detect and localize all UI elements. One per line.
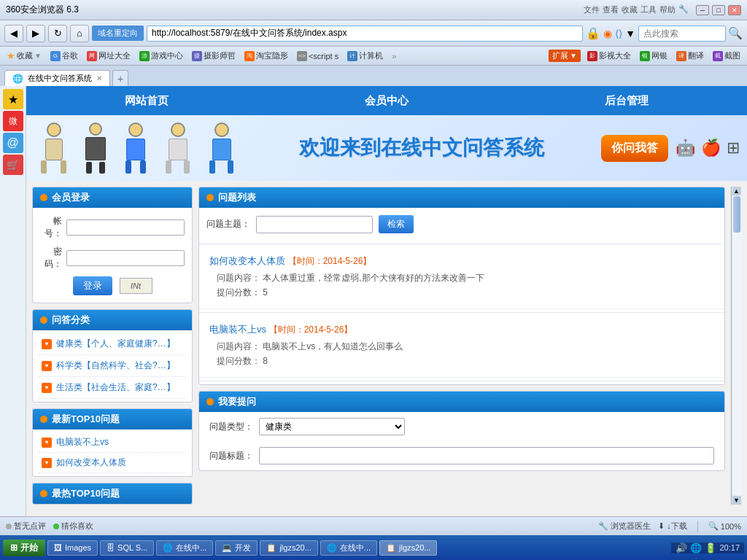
bookmark-google[interactable]: G 谷歌: [48, 50, 80, 62]
taskbar-item-online2[interactable]: 🌐 在线中...: [320, 540, 377, 556]
shop-sidebar-icon[interactable]: 🛒: [3, 155, 23, 175]
taskbar-tray: 🔊 🌐 🔋 20:17: [671, 542, 744, 553]
taskbar-item-jlgzs1[interactable]: 📋 jlgzs20...: [260, 540, 317, 556]
redirect-button[interactable]: 域名重定向: [92, 26, 144, 41]
start-icon: ⊞: [10, 542, 18, 553]
nav-arrows-icon: ⟨⟩: [615, 28, 622, 39]
favorites-sidebar-icon[interactable]: ★: [3, 89, 23, 109]
ask-title-input[interactable]: [259, 447, 714, 464]
refresh-button[interactable]: ↻: [48, 25, 67, 42]
status-zoom: 🔍 100%: [708, 521, 741, 531]
tab-favicon: 🌐: [12, 74, 23, 84]
status-bar: 暂无点评 猜你喜欢 🔧 浏览器医生 ⬇ ↓下载 🔍 100%: [0, 516, 747, 535]
category-item-health[interactable]: ♥ 健康类【个人、家庭健康?…】: [39, 333, 186, 355]
bookmark-capture[interactable]: 截 截图: [711, 50, 743, 62]
banner-title-area: 欢迎来到在线中文问答系统: [241, 134, 601, 162]
cat-icon-life: ♥: [42, 383, 52, 393]
category-item-science[interactable]: ♥ 科学类【自然科学、社会?…】: [39, 355, 186, 377]
script-icon: <>: [297, 51, 307, 61]
bookmark-extend[interactable]: 扩展▼: [549, 50, 581, 62]
bookmark-allsite[interactable]: 网 网址大全: [85, 50, 133, 62]
tab-close-button[interactable]: ✕: [96, 74, 102, 82]
bank-icon: 银: [640, 51, 650, 61]
question-search-input[interactable]: [256, 216, 373, 233]
status-no-comment-text: 暂无点评: [14, 521, 46, 532]
back-button[interactable]: ◀: [4, 25, 23, 42]
nav-home[interactable]: 网站首页: [26, 86, 266, 115]
top-item-1[interactable]: ♥ 电脑装不上vs: [39, 432, 186, 453]
bookmark-photo[interactable]: 摄 摄影师哲: [190, 50, 238, 62]
titlebar-menu-view[interactable]: 查看: [603, 4, 619, 15]
titlebar-menu-help[interactable]: 帮助: [659, 4, 676, 15]
taskbar-item-sql[interactable]: 🗄 SQL S...: [100, 540, 154, 556]
taskbar-label-dev: 开发: [235, 542, 251, 553]
question-title-1[interactable]: 如何改变本人体质 【时间：2014-5-26】: [209, 254, 714, 268]
bookmark-game[interactable]: 游 游戏中心: [137, 50, 185, 62]
apple-icon: 🍎: [701, 139, 721, 158]
titlebar-menu-file[interactable]: 文件: [584, 4, 600, 15]
capture-icon: 截: [713, 51, 723, 61]
browser-title: 360安全浏览器 6.3: [6, 4, 79, 16]
nav-admin[interactable]: 后台管理: [507, 86, 747, 115]
banner-title-text: 欢迎来到在线中文问答系统: [241, 134, 601, 162]
top-icon-2: ♥: [42, 458, 52, 468]
titlebar-menu-favorites[interactable]: 收藏: [622, 4, 638, 15]
ask-type-select[interactable]: 健康类 科学类 生活类: [259, 418, 405, 435]
password-input[interactable]: [66, 250, 185, 266]
scroll-up-button[interactable]: ▲: [732, 187, 741, 195]
titlebar-menu-tools[interactable]: 工具: [640, 4, 657, 15]
bookmark-favorites[interactable]: ★ 收藏 ▼: [4, 50, 44, 62]
category-panel: 问答分类 ♥ 健康类【个人、家庭健康?…】 ♥ 科学类【自然科学、社会?: [32, 309, 193, 402]
search-input[interactable]: [638, 26, 726, 42]
maximize-button[interactable]: □: [712, 5, 725, 15]
taskbar-item-jlgzs2[interactable]: 📋 jlgzs20...: [379, 540, 437, 556]
status-download[interactable]: ⬇ ↓下载: [658, 521, 687, 532]
scroll-down-button[interactable]: ▼: [732, 496, 741, 505]
category-label-health: 健康类【个人、家庭健康?…】: [56, 338, 175, 350]
right-column: 问题列表 问题主题： 检索 如何改变本人体质 【时间：2014: [198, 187, 725, 505]
bookmark-bank[interactable]: 银 网银: [638, 50, 670, 62]
home-button[interactable]: ⌂: [70, 25, 89, 42]
top-questions-title: 最新TOP10问题: [52, 413, 120, 426]
start-button[interactable]: ⊞ 开始: [3, 540, 45, 556]
bookmark-more[interactable]: »: [390, 51, 398, 61]
top-questions-panel: 最新TOP10问题 ♥ 电脑装不上vs ♥ 如何改变本人体质: [32, 408, 193, 477]
search-icon[interactable]: 🔍: [728, 26, 743, 40]
taskbar-label-online2: 在线中...: [340, 542, 371, 553]
taskbar-item-online1[interactable]: 🌐 在线中...: [156, 540, 213, 556]
bookmark-script[interactable]: <> <script s: [295, 50, 341, 62]
login-button[interactable]: 登录: [73, 276, 112, 295]
minimize-button[interactable]: ─: [696, 5, 709, 15]
mail-sidebar-icon[interactable]: @: [3, 133, 23, 153]
address-bar[interactable]: [147, 26, 583, 42]
top-item-2[interactable]: ♥ 如何改变本人体质: [39, 453, 186, 473]
nav-dropdown-icon[interactable]: ▼: [625, 28, 635, 39]
top-questions-list: ♥ 电脑装不上vs ♥ 如何改变本人体质: [39, 432, 186, 473]
taskbar-item-images[interactable]: 🖼 Images: [47, 540, 98, 556]
tray-icon-2[interactable]: 🌐: [690, 542, 702, 553]
photo-icon: 摄: [192, 51, 202, 61]
taskbar-item-dev[interactable]: 💻 开发: [215, 540, 258, 556]
close-button[interactable]: ✕: [728, 5, 741, 15]
weibo-sidebar-icon[interactable]: 微: [3, 111, 23, 131]
bookmark-taobao[interactable]: 淘 淘宝隐形: [242, 50, 290, 62]
status-browser-doctor[interactable]: 🔧 浏览器医生: [598, 521, 651, 532]
qa-divider-1: [199, 244, 724, 244]
tray-icon-1[interactable]: 🔊: [676, 542, 687, 553]
bookmark-translate[interactable]: 译 翻译: [674, 50, 706, 62]
bookmark-computer[interactable]: 计 计算机: [345, 50, 385, 62]
category-item-life[interactable]: ♥ 生活类【社会生活、家庭?…】: [39, 377, 186, 399]
nav-member[interactable]: 会员中心: [266, 86, 506, 115]
question-search-button[interactable]: 检索: [379, 215, 414, 233]
login-panel-body: 帐号： 密码： 登录 INt: [33, 208, 192, 303]
forward-button[interactable]: ▶: [26, 25, 45, 42]
tray-icon-3[interactable]: 🔋: [705, 542, 716, 553]
account-input[interactable]: [66, 219, 185, 236]
dot-icon-2: [53, 524, 59, 529]
bookmark-movie[interactable]: 影 影视大全: [585, 50, 633, 62]
question-title-2[interactable]: 电脑装不上vs 【时间：2014-5-26】: [209, 323, 714, 336]
browser-tab[interactable]: 🌐 在线中文问答系统 ✕: [4, 70, 110, 86]
new-tab-button[interactable]: +: [112, 70, 128, 86]
scroll-thumb[interactable]: [733, 196, 740, 233]
scrollbar[interactable]: ▲ ▼: [731, 187, 741, 505]
